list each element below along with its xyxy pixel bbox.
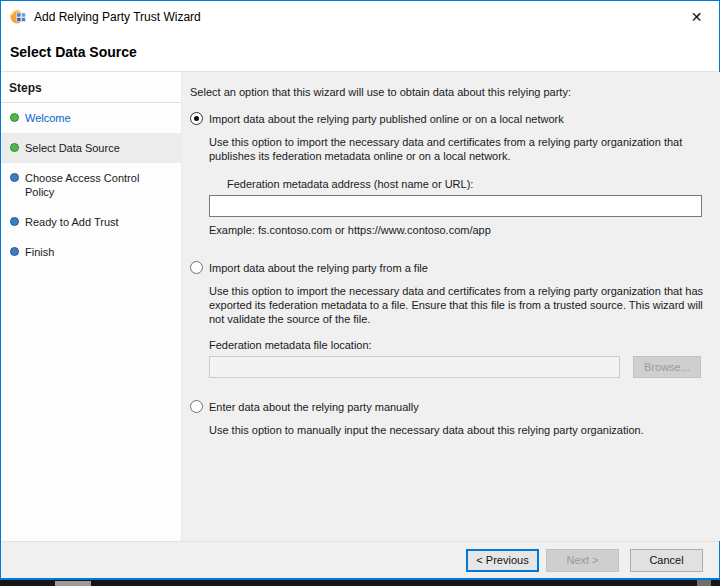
sidebar-item-welcome[interactable]: Welcome [1, 103, 181, 133]
previous-button[interactable]: < Previous [466, 549, 539, 572]
sidebar-item-select-data-source: Select Data Source [1, 133, 181, 163]
radio-button-icon[interactable] [190, 112, 203, 125]
option-enter-manually[interactable]: Enter data about the relying party manua… [190, 400, 720, 414]
content-panel: Select an option that this wizard will u… [182, 72, 720, 541]
desktop-fragment [55, 581, 91, 586]
step-label: Choose Access Control Policy [25, 172, 139, 198]
step-label: Select Data Source [25, 142, 120, 154]
option-label[interactable]: Enter data about the relying party manua… [209, 400, 419, 414]
step-upcoming-bullet [10, 247, 19, 256]
sidebar-item-choose-access-control-policy: Choose Access Control Policy [1, 163, 181, 207]
close-icon: ✕ [691, 9, 703, 25]
page-title: Select Data Source [10, 44, 137, 60]
step-done-bullet [10, 143, 19, 152]
step-label: Ready to Add Trust [25, 216, 119, 228]
close-button[interactable]: ✕ [674, 1, 719, 32]
step-upcoming-bullet [10, 217, 19, 226]
step-label: Finish [25, 246, 54, 258]
metadata-file-row: Browse... [209, 356, 720, 378]
title-bar: Add Relying Party Trust Wizard ✕ [1, 1, 719, 32]
desktop-fragment [697, 580, 711, 586]
wizard-window: Add Relying Party Trust Wizard ✕ Select … [0, 0, 720, 580]
metadata-address-input[interactable] [209, 195, 702, 217]
step-done-bullet [10, 113, 19, 122]
page-header: Select Data Source [1, 32, 719, 72]
option-import-file[interactable]: Import data about the relying party from… [190, 261, 720, 275]
option-description: Use this option to import the necessary … [209, 284, 720, 326]
option-description: Use this option to import the necessary … [209, 135, 720, 163]
metadata-address-example: Example: fs.contoso.com or https://www.c… [209, 224, 720, 236]
browse-button: Browse... [633, 356, 701, 378]
metadata-file-input [209, 356, 620, 378]
option-label[interactable]: Import data about the relying party publ… [209, 112, 564, 126]
wizard-body: Steps Welcome Select Data Source Choose … [1, 72, 719, 541]
step-upcoming-bullet [10, 173, 19, 182]
next-button: Next > [546, 549, 619, 572]
button-bar: < Previous Next > Cancel [1, 541, 719, 578]
radio-button-icon[interactable] [190, 400, 203, 413]
cancel-button[interactable]: Cancel [630, 549, 703, 572]
adfs-wizard-icon [10, 9, 26, 25]
window-title: Add Relying Party Trust Wizard [34, 10, 201, 24]
option-label[interactable]: Import data about the relying party from… [209, 261, 428, 275]
sidebar-item-finish: Finish [1, 237, 181, 267]
steps-heading: Steps [1, 72, 181, 103]
step-label: Welcome [25, 112, 71, 124]
metadata-address-label: Federation metadata address (host name o… [227, 178, 720, 190]
radio-button-icon[interactable] [190, 261, 203, 274]
intro-text: Select an option that this wizard will u… [190, 86, 720, 98]
option-description: Use this option to manually input the ne… [209, 423, 720, 437]
sidebar-item-ready-to-add-trust: Ready to Add Trust [1, 207, 181, 237]
steps-sidebar: Steps Welcome Select Data Source Choose … [1, 72, 182, 541]
screen: Add Relying Party Trust Wizard ✕ Select … [0, 0, 720, 586]
option-import-online[interactable]: Import data about the relying party publ… [190, 112, 720, 126]
desktop-strip [0, 580, 720, 586]
metadata-file-label: Federation metadata file location: [209, 339, 720, 351]
